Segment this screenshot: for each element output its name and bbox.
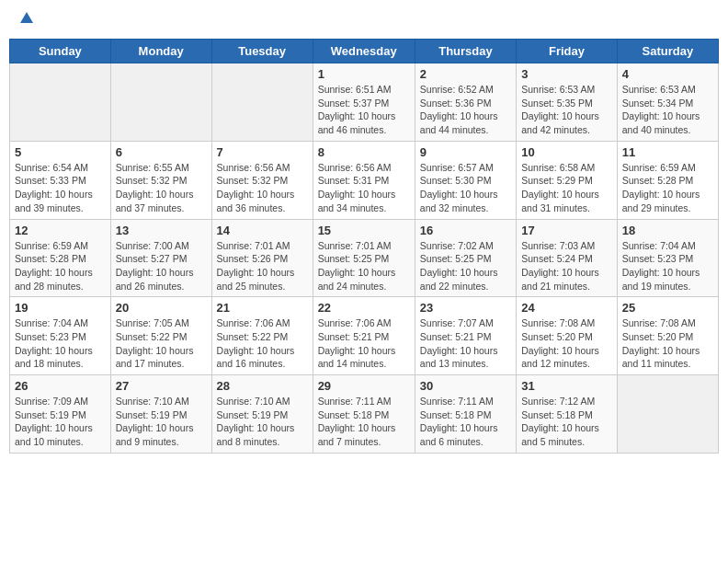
day-number: 16 [420,224,511,237]
day-info: Sunrise: 7:03 AM Sunset: 5:24 PM Dayligh… [521,239,612,293]
day-info: Sunrise: 6:51 AM Sunset: 5:37 PM Dayligh… [318,83,410,137]
day-number: 1 [318,67,410,81]
calendar-cell: 24Sunrise: 7:08 AM Sunset: 5:20 PM Dayli… [517,297,618,375]
calendar-cell: 15Sunrise: 7:01 AM Sunset: 5:25 PM Dayli… [313,219,415,297]
calendar-cell: 7Sunrise: 6:56 AM Sunset: 5:32 PM Daylig… [211,141,313,219]
week-row-2: 5Sunrise: 6:54 AM Sunset: 5:33 PM Daylig… [10,141,719,219]
day-number: 27 [116,379,207,393]
logo-icon [18,10,35,27]
day-number: 12 [15,224,106,237]
day-info: Sunrise: 7:12 AM Sunset: 5:18 PM Dayligh… [521,395,612,449]
calendar-cell: 29Sunrise: 7:11 AM Sunset: 5:18 PM Dayli… [313,375,415,454]
calendar-cell: 26Sunrise: 7:09 AM Sunset: 5:19 PM Dayli… [10,375,111,454]
calendar-cell: 30Sunrise: 7:11 AM Sunset: 5:18 PM Dayli… [415,375,516,454]
day-info: Sunrise: 7:01 AM Sunset: 5:26 PM Dayligh… [217,239,308,293]
day-info: Sunrise: 6:53 AM Sunset: 5:34 PM Dayligh… [622,83,713,137]
day-number: 5 [15,145,106,159]
day-info: Sunrise: 6:56 AM Sunset: 5:31 PM Dayligh… [318,161,410,215]
day-number: 14 [217,224,308,237]
day-number: 18 [622,224,713,237]
day-info: Sunrise: 6:56 AM Sunset: 5:32 PM Dayligh… [217,161,308,215]
calendar-cell [110,63,211,142]
calendar-cell: 23Sunrise: 7:07 AM Sunset: 5:21 PM Dayli… [415,297,516,375]
day-number: 9 [420,145,511,159]
calendar-cell [211,63,313,142]
day-number: 15 [318,224,410,237]
svg-marker-0 [20,12,33,23]
day-info: Sunrise: 7:04 AM Sunset: 5:23 PM Dayligh… [622,239,713,293]
day-info: Sunrise: 7:11 AM Sunset: 5:18 PM Dayligh… [420,395,511,449]
day-number: 8 [318,145,410,159]
day-number: 29 [318,379,410,393]
day-info: Sunrise: 6:59 AM Sunset: 5:28 PM Dayligh… [15,239,106,293]
calendar-cell: 14Sunrise: 7:01 AM Sunset: 5:26 PM Dayli… [211,219,313,297]
day-number: 20 [116,301,207,315]
calendar-cell: 2Sunrise: 6:52 AM Sunset: 5:36 PM Daylig… [415,63,516,142]
logo [17,14,35,27]
calendar-cell: 4Sunrise: 6:53 AM Sunset: 5:34 PM Daylig… [617,63,718,142]
day-info: Sunrise: 7:06 AM Sunset: 5:22 PM Dayligh… [217,316,308,371]
day-number: 22 [318,301,410,315]
days-header-row: SundayMondayTuesdayWednesdayThursdayFrid… [10,40,719,63]
week-row-4: 19Sunrise: 7:04 AM Sunset: 5:23 PM Dayli… [10,297,719,375]
day-info: Sunrise: 7:04 AM Sunset: 5:23 PM Dayligh… [15,316,106,371]
day-info: Sunrise: 7:06 AM Sunset: 5:21 PM Dayligh… [318,316,410,371]
calendar-cell: 11Sunrise: 6:59 AM Sunset: 5:28 PM Dayli… [617,141,718,219]
week-row-3: 12Sunrise: 6:59 AM Sunset: 5:28 PM Dayli… [10,219,719,297]
day-info: Sunrise: 7:10 AM Sunset: 5:19 PM Dayligh… [217,395,308,449]
day-info: Sunrise: 7:00 AM Sunset: 5:27 PM Dayligh… [116,239,207,293]
calendar-cell: 12Sunrise: 6:59 AM Sunset: 5:28 PM Dayli… [10,219,111,297]
calendar-cell: 17Sunrise: 7:03 AM Sunset: 5:24 PM Dayli… [517,219,618,297]
day-number: 30 [420,379,511,393]
day-info: Sunrise: 6:55 AM Sunset: 5:32 PM Dayligh… [116,161,207,215]
day-info: Sunrise: 7:07 AM Sunset: 5:21 PM Dayligh… [420,316,511,371]
day-number: 3 [521,67,612,81]
day-header-sunday: Sunday [10,40,111,63]
day-number: 26 [15,379,106,393]
calendar-cell: 8Sunrise: 6:56 AM Sunset: 5:31 PM Daylig… [313,141,415,219]
day-number: 17 [521,224,612,237]
day-number: 13 [116,224,207,237]
calendar-cell: 16Sunrise: 7:02 AM Sunset: 5:25 PM Dayli… [415,219,516,297]
day-number: 10 [521,145,612,159]
calendar-cell: 10Sunrise: 6:58 AM Sunset: 5:29 PM Dayli… [517,141,618,219]
calendar-cell: 1Sunrise: 6:51 AM Sunset: 5:37 PM Daylig… [313,63,415,142]
calendar-cell: 19Sunrise: 7:04 AM Sunset: 5:23 PM Dayli… [10,297,111,375]
day-info: Sunrise: 7:11 AM Sunset: 5:18 PM Dayligh… [318,395,410,449]
day-header-thursday: Thursday [415,40,516,63]
day-info: Sunrise: 7:01 AM Sunset: 5:25 PM Dayligh… [318,239,410,293]
calendar-table: SundayMondayTuesdayWednesdayThursdayFrid… [9,39,719,454]
day-info: Sunrise: 7:02 AM Sunset: 5:25 PM Dayligh… [420,239,511,293]
day-number: 24 [521,301,612,315]
day-info: Sunrise: 6:59 AM Sunset: 5:28 PM Dayligh… [622,161,713,215]
day-number: 19 [15,301,106,315]
page-header [9,9,719,31]
week-row-5: 26Sunrise: 7:09 AM Sunset: 5:19 PM Dayli… [10,375,719,454]
day-number: 23 [420,301,511,315]
day-number: 4 [622,67,713,81]
day-number: 31 [521,379,612,393]
day-info: Sunrise: 6:58 AM Sunset: 5:29 PM Dayligh… [521,161,612,215]
day-info: Sunrise: 7:05 AM Sunset: 5:22 PM Dayligh… [116,316,207,371]
calendar-cell: 28Sunrise: 7:10 AM Sunset: 5:19 PM Dayli… [211,375,313,454]
day-info: Sunrise: 6:54 AM Sunset: 5:33 PM Dayligh… [15,161,106,215]
calendar-cell: 20Sunrise: 7:05 AM Sunset: 5:22 PM Dayli… [110,297,211,375]
day-header-monday: Monday [110,40,211,63]
calendar-cell: 22Sunrise: 7:06 AM Sunset: 5:21 PM Dayli… [313,297,415,375]
calendar-cell: 9Sunrise: 6:57 AM Sunset: 5:30 PM Daylig… [415,141,516,219]
day-info: Sunrise: 6:53 AM Sunset: 5:35 PM Dayligh… [521,83,612,137]
day-info: Sunrise: 7:08 AM Sunset: 5:20 PM Dayligh… [622,316,713,371]
calendar-cell: 21Sunrise: 7:06 AM Sunset: 5:22 PM Dayli… [211,297,313,375]
calendar-cell: 3Sunrise: 6:53 AM Sunset: 5:35 PM Daylig… [517,63,618,142]
calendar-cell: 27Sunrise: 7:10 AM Sunset: 5:19 PM Dayli… [110,375,211,454]
day-header-friday: Friday [517,40,618,63]
day-number: 11 [622,145,713,159]
day-number: 2 [420,67,511,81]
day-number: 28 [217,379,308,393]
calendar-cell [10,63,111,142]
calendar-cell: 25Sunrise: 7:08 AM Sunset: 5:20 PM Dayli… [617,297,718,375]
week-row-1: 1Sunrise: 6:51 AM Sunset: 5:37 PM Daylig… [10,63,719,142]
calendar-cell: 13Sunrise: 7:00 AM Sunset: 5:27 PM Dayli… [110,219,211,297]
day-info: Sunrise: 6:52 AM Sunset: 5:36 PM Dayligh… [420,83,511,137]
day-header-wednesday: Wednesday [313,40,415,63]
